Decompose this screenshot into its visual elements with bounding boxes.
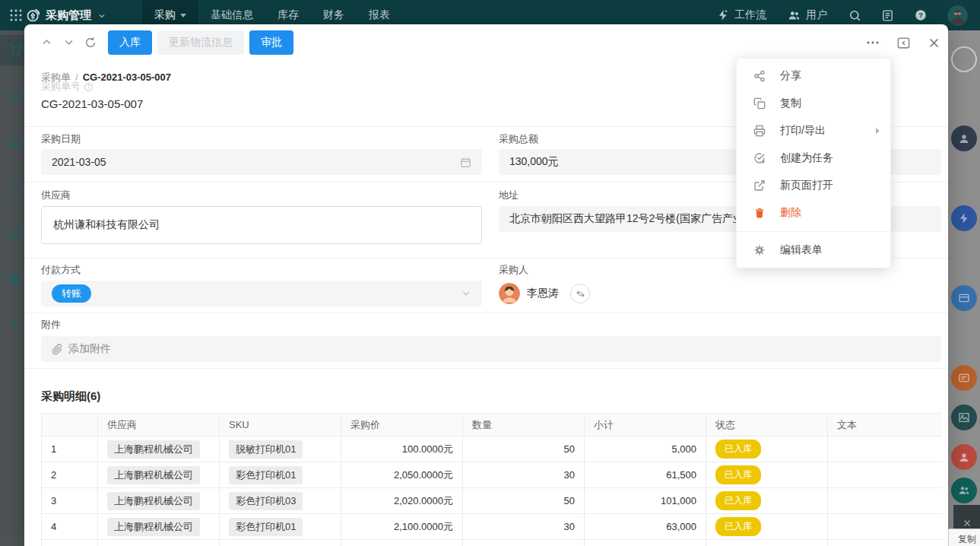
supplier-label: 供应商: [41, 189, 71, 202]
modal-toolbar-right: [866, 24, 940, 61]
sku-tag: 彩色打印机03: [229, 492, 303, 510]
workflow-menu[interactable]: 工作流: [717, 8, 766, 22]
close-icon[interactable]: [963, 519, 972, 528]
sku-tag: 彩色打印机01: [229, 518, 303, 536]
buyer-avatar: [499, 283, 520, 304]
user-avatar[interactable]: [947, 5, 968, 26]
app-menu-chevron-icon[interactable]: [97, 11, 106, 21]
menu-item-delete[interactable]: 删除: [737, 199, 890, 227]
dock-app-people-icon[interactable]: [951, 478, 977, 503]
more-actions-icon[interactable]: [866, 36, 880, 49]
notebook-icon[interactable]: [881, 9, 894, 22]
users-menu[interactable]: 用户: [788, 8, 827, 22]
buyer-label: 采购人: [499, 263, 528, 277]
gear-icon: [753, 244, 766, 256]
svg-text:?: ?: [918, 11, 923, 19]
supplier-tag: 上海鹏程机械公司: [107, 492, 200, 510]
toolbar-actions: 入库 更新物流信息 审批: [108, 30, 293, 55]
dock-app-ring-icon[interactable]: [951, 46, 977, 72]
swap-arrows-icon: [576, 289, 585, 299]
menu-item-copy[interactable]: 复制: [737, 90, 890, 117]
app-menu-label[interactable]: 采购管理: [46, 8, 91, 23]
supplier-tag: 上海鹏程机械公司: [107, 466, 200, 484]
table-row[interactable]: 2 上海鹏程机械公司 彩色打印机01 2,050.0000元 30 61,500…: [42, 462, 942, 488]
supplier-tag: 上海鹏程机械公司: [107, 518, 200, 536]
add-attachment-button[interactable]: 添加附件: [41, 336, 941, 362]
dock-app-photo-icon[interactable]: [951, 405, 977, 430]
menu-item-create-task[interactable]: 创建为任务: [737, 144, 890, 172]
approve-button[interactable]: 审批: [249, 30, 293, 55]
table-row[interactable]: 1 上海鹏程机械公司 脱敏打印机01 100.0000元 50 5,000 已入…: [42, 436, 942, 462]
collapse-panel-icon[interactable]: [896, 36, 911, 50]
calendar-icon: [460, 157, 471, 168]
copy-icon: [753, 97, 766, 110]
people-icon: [788, 9, 801, 22]
menu-item-open-new-page[interactable]: 新页面打开: [737, 172, 890, 199]
dock-app-person-icon[interactable]: [951, 444, 977, 470]
status-badge: 已入库: [715, 440, 761, 459]
close-icon[interactable]: [928, 37, 940, 49]
table-row[interactable]: [42, 540, 942, 546]
dock-app-card-icon[interactable]: [951, 365, 977, 391]
record-title: CG-2021-03-05-007: [41, 97, 143, 110]
lightning-icon: [717, 9, 729, 21]
search-icon[interactable]: [848, 9, 861, 22]
address-label: 地址: [499, 189, 519, 202]
app-logo-coin-icon: [26, 8, 41, 23]
prev-record-icon[interactable]: [41, 37, 52, 48]
table-row[interactable]: 3 上海鹏程机械公司 彩色打印机03 2,020.0000元 50 101,00…: [42, 488, 942, 514]
line-items-table: 供应商 SKU 采购价 数量 小计 状态 文本 1 上海鹏程机械公司 脱敏打印机…: [41, 413, 942, 546]
modal-toolbar: 入库 更新物流信息 审批: [24, 24, 948, 61]
buyer-field: 李恩涛: [499, 281, 590, 306]
chevron-down-icon: [461, 288, 471, 299]
sku-tag: 脱敏打印机01: [229, 440, 303, 459]
menu-item-edit-form[interactable]: 编辑表单: [737, 236, 890, 264]
breadcrumb-current: CG-2021-03-05-007: [83, 71, 171, 83]
next-record-icon[interactable]: [63, 37, 75, 48]
paperclip-icon: [52, 344, 63, 355]
update-logistics-button[interactable]: 更新物流信息: [157, 30, 244, 55]
help-icon[interactable]: ?: [914, 8, 928, 22]
menu-item-share[interactable]: 分享: [737, 62, 890, 90]
table-row[interactable]: 4 上海鹏程机械公司 彩色打印机01 2,100.0000元 30 63,000…: [42, 514, 942, 540]
dock-app-card-icon[interactable]: [951, 285, 977, 311]
total-amount-label: 采购总额: [499, 132, 538, 146]
menu-item-print-export[interactable]: 打印/导出: [737, 117, 890, 144]
menu-divider: [737, 231, 890, 232]
purchase-date-label: 采购日期: [41, 132, 81, 146]
printer-icon: [753, 125, 766, 137]
attachment-label: 附件: [41, 318, 61, 332]
purchase-date-field[interactable]: 2021-03-05: [41, 149, 482, 175]
share-icon: [753, 70, 766, 82]
external-link-icon: [753, 179, 766, 192]
breadcrumb-root[interactable]: 采购单: [41, 71, 71, 83]
dock-app-lightning-icon[interactable]: [951, 205, 977, 231]
table-header-row: 供应商 SKU 采购价 数量 小计 状态 文本: [42, 414, 942, 436]
nav-caret-icon: [180, 14, 186, 17]
status-badge: 已入库: [715, 465, 761, 484]
buyer-name: 李恩涛: [527, 287, 559, 300]
detail-section-title: 采购明细(6): [41, 389, 100, 404]
sku-tag: 彩色打印机01: [229, 466, 303, 484]
supplier-field[interactable]: 杭州谦和科技有限公司: [41, 206, 482, 244]
copy-tooltip: 复制: [948, 529, 980, 546]
payment-method-label: 付款方式: [41, 263, 81, 277]
submenu-arrow-icon: [876, 128, 880, 134]
breadcrumb: 采购单/CG-2021-03-05-007: [41, 71, 171, 84]
swap-buyer-button[interactable]: [570, 284, 590, 303]
status-badge: 已入库: [715, 491, 761, 510]
app-grid-icon[interactable]: [9, 8, 23, 22]
dock-app-person-icon[interactable]: [951, 125, 977, 151]
payment-method-tag: 转账: [52, 284, 91, 303]
more-actions-menu: 分享 复制 打印/导出 创建为任务 新页面打开 删除 编辑表: [736, 58, 891, 268]
payment-method-select[interactable]: 转账: [41, 281, 482, 306]
inbound-button[interactable]: 入库: [108, 30, 152, 55]
task-check-plus-icon: [753, 152, 766, 164]
trash-icon: [753, 207, 766, 219]
refresh-icon[interactable]: [84, 37, 97, 49]
supplier-tag: 上海鹏程机械公司: [107, 440, 200, 459]
status-badge: 已入库: [715, 517, 761, 536]
